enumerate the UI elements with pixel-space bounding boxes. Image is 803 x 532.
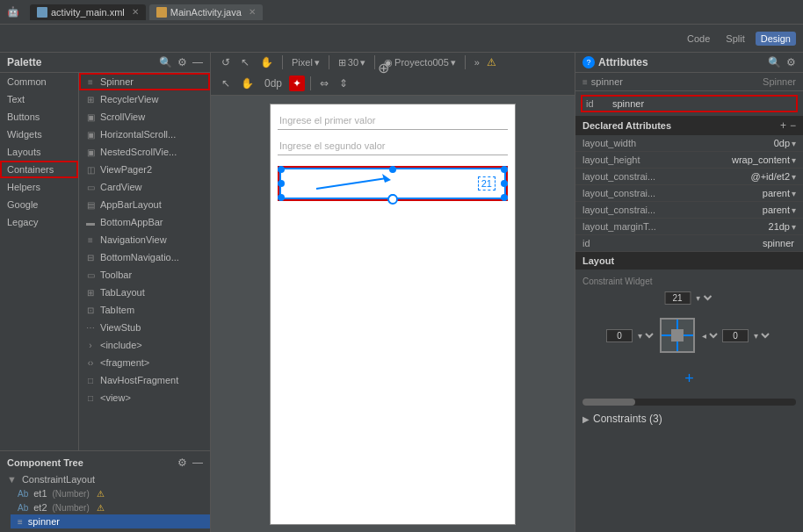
palette-minimize-btn[interactable]: — — [192, 56, 203, 68]
palette-cat-google[interactable]: Google — [0, 196, 78, 213]
top-constraint-input[interactable] — [664, 291, 691, 305]
attr-search-btn[interactable]: 🔍 — [768, 56, 781, 68]
palette-item-viewstub[interactable]: ⋯ ViewStub — [79, 319, 210, 336]
palette-item-spinner[interactable]: ≡ Spinner — [79, 73, 210, 90]
left-constraint-input[interactable] — [606, 329, 633, 342]
align-v-btn[interactable]: ⇕ — [336, 75, 351, 91]
align-h-btn[interactable]: ⇔ — [316, 75, 332, 91]
right-constraint-input[interactable] — [722, 329, 749, 342]
right-constraint-dropdown[interactable]: ◂ — [698, 330, 720, 341]
left-constraint-dropdown[interactable]: ▾ — [634, 330, 656, 341]
palette-cat-common[interactable]: Common — [0, 73, 78, 90]
top-constraint-dropdown[interactable]: ▾ — [692, 292, 714, 304]
code-button[interactable]: Code — [682, 32, 715, 46]
palette-cat-containers[interactable]: Containers — [0, 161, 78, 178]
tree-item-et1[interactable]: Ab et1 (Number) ⚠ — [11, 486, 210, 500]
palette-item-tablayout[interactable]: ⊞ TabLayout — [79, 284, 210, 301]
more-tools-btn[interactable]: » — [471, 55, 483, 69]
palette-item-bottomappbar[interactable]: ▬ BottomAppBar — [79, 213, 210, 231]
pixel-btn[interactable]: Pixel ▾ — [288, 55, 323, 70]
palette-title: Palette — [7, 56, 41, 68]
attr-dropdown-margin[interactable]: ▾ — [792, 222, 796, 232]
magic-btn[interactable]: ✦ — [289, 75, 305, 91]
add-constraint-btn[interactable]: + — [684, 370, 694, 388]
design-button[interactable]: Design — [756, 32, 796, 46]
palette-item-bottomnavigation[interactable]: ⊟ BottomNavigatio... — [79, 248, 210, 266]
palette-search-btn[interactable]: 🔍 — [159, 56, 172, 68]
select-tool-btn[interactable]: ↖ — [237, 54, 253, 70]
attr-settings-btn[interactable]: ⚙ — [786, 56, 796, 68]
xml-tab-close[interactable]: ✕ — [132, 7, 139, 17]
attr-dropdown-layout-height[interactable]: ▾ — [792, 155, 796, 165]
constraint-center-box — [660, 318, 695, 353]
attr-name-id: id — [582, 238, 689, 248]
attr-widget-icon: ≡ — [582, 77, 588, 87]
pan-tool-btn[interactable]: ✋ — [257, 54, 277, 70]
palette-item-navigationview[interactable]: ≡ NavigationView — [79, 231, 210, 248]
tree-item-et2[interactable]: Ab et2 (Number) ⚠ — [11, 500, 210, 514]
dp-input-btn[interactable]: 0dp — [261, 75, 286, 91]
canvas-container[interactable]: ⊕ — [211, 96, 575, 532]
zoom-btn[interactable]: ⊞ 30 ▾ — [335, 55, 369, 70]
attr-dropdown-constrai2[interactable]: ▾ — [792, 189, 796, 198]
constraints-expand-row[interactable]: ▶ Constraints (3) — [575, 409, 803, 428]
attr-row-constrai1[interactable]: layout_constrai... @+id/et2 ▾ — [575, 169, 803, 185]
hand-mode-btn[interactable]: ✋ — [237, 75, 257, 91]
palette-item-toolbar[interactable]: ▭ Toolbar — [79, 266, 210, 284]
palette-item-scrollview[interactable]: ▣ ScrollView — [79, 108, 210, 126]
palette-cat-helpers[interactable]: Helpers — [0, 178, 78, 196]
tree-item-spinner[interactable]: ≡ spinner — [11, 514, 210, 528]
palette-item-tablayout-label: TabLayout — [100, 287, 145, 298]
right-constraint-row: ◂ ▾ — [698, 329, 772, 342]
attr-dropdown-constrai1[interactable]: ▾ — [792, 172, 796, 182]
scrollbar-thumb[interactable] — [582, 399, 635, 406]
tree-item-constraint-layout[interactable]: ▼ ConstraintLayout — [0, 472, 210, 486]
select-mode-btn[interactable]: ↖ — [218, 75, 234, 91]
right-constraint-dropdown2[interactable]: ▾ — [750, 330, 772, 341]
attr-row-constrai3[interactable]: layout_constrai... parent ▾ — [575, 202, 803, 219]
tree-settings-btn[interactable]: ⚙ — [177, 457, 187, 469]
canvas-input2[interactable] — [278, 137, 508, 155]
attr-dropdown-constrai3[interactable]: ▾ — [792, 205, 796, 215]
bottomnav-icon: ⊟ — [84, 251, 97, 263]
attr-row-constrai2[interactable]: layout_constrai... parent ▾ — [575, 185, 803, 202]
java-tab-close[interactable]: ✕ — [249, 7, 256, 17]
xml-tab[interactable]: activity_main.xml ✕ — [30, 4, 146, 20]
palette-item-horizontalscroll[interactable]: ▣ HorizontalScroll... — [79, 126, 210, 143]
declared-add-btn[interactable]: + — [780, 119, 786, 132]
palette-item-cardview[interactable]: ▭ CardView — [79, 178, 210, 196]
declared-section-btns: + − — [780, 119, 796, 132]
split-button[interactable]: Split — [720, 32, 749, 46]
orient-btn[interactable]: ↺ — [218, 54, 234, 70]
attr-row-margin[interactable]: layout_marginT... 21dp ▾ — [575, 219, 803, 235]
tablayout-icon: ⊞ — [84, 286, 97, 298]
palette-cat-buttons[interactable]: Buttons — [0, 108, 78, 126]
palette-item-nestedscroll[interactable]: ▣ NestedScrollVie... — [79, 143, 210, 161]
palette-item-recyclerview-label: RecyclerView — [100, 94, 158, 104]
attr-dropdown-layout-width[interactable]: ▾ — [792, 139, 796, 148]
palette-item-recyclerview[interactable]: ⊞ RecyclerView — [79, 90, 210, 108]
palette-cat-layouts[interactable]: Layouts — [0, 143, 78, 161]
palette-settings-btn[interactable]: ⚙ — [177, 56, 187, 68]
palette-item-tabitem[interactable]: ⊡ TabItem — [79, 301, 210, 319]
java-tab[interactable]: MainActivity.java ✕ — [149, 4, 263, 20]
tree-minimize-btn[interactable]: — — [192, 457, 203, 469]
attr-row-layout-height[interactable]: layout_height wrap_content ▾ — [575, 152, 803, 169]
palette-item-navhostfragment[interactable]: □ NavHostFragment — [79, 371, 210, 389]
palette-cat-widgets[interactable]: Widgets — [0, 126, 78, 143]
palette-item-view[interactable]: □ <view> — [79, 389, 210, 406]
palette-item-appbarlayout[interactable]: ▤ AppBarLayout — [79, 196, 210, 213]
attr-row-layout-width[interactable]: layout_width 0dp ▾ — [575, 135, 803, 152]
palette-cat-legacy[interactable]: Legacy — [0, 213, 78, 231]
zoom-label: 30 — [348, 57, 358, 68]
spinner-widget[interactable]: 21 — [278, 166, 508, 201]
palette-cat-text[interactable]: Text — [0, 90, 78, 108]
palette-item-fragment[interactable]: ‹› <fragment> — [79, 354, 210, 371]
palette-item-include[interactable]: › <include> — [79, 336, 210, 354]
palette-item-viewpager2[interactable]: ◫ ViewPager2 — [79, 161, 210, 178]
project-label: Proyecto005 — [394, 57, 449, 68]
attr-row-id[interactable]: id spinner — [575, 235, 803, 252]
project-btn[interactable]: ◉ Proyecto005 ▾ — [380, 55, 459, 70]
canvas-input1[interactable] — [278, 111, 508, 130]
declared-remove-btn[interactable]: − — [790, 119, 796, 132]
